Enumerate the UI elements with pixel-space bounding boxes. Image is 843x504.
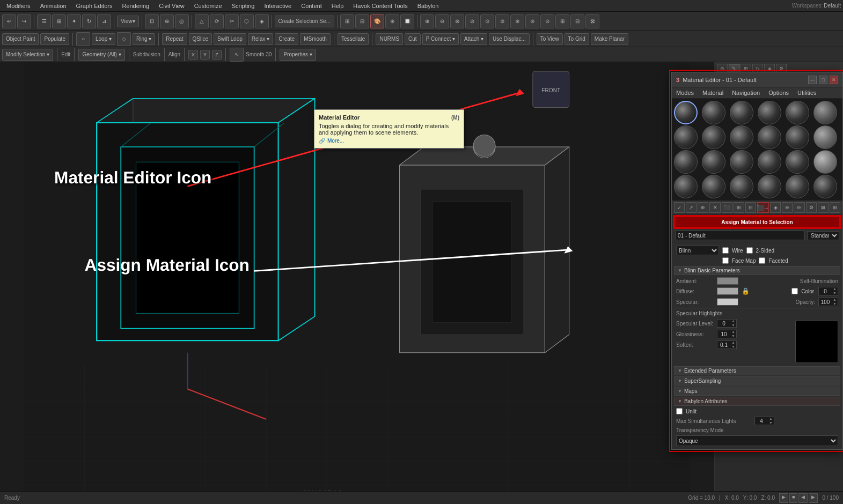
- tb-btn26[interactable]: ⊟: [570, 14, 584, 28]
- mat-sphere-13[interactable]: [674, 150, 698, 174]
- use-displace-btn[interactable]: Use Displac...: [489, 33, 530, 45]
- tb-btn14[interactable]: ⊛: [385, 14, 399, 28]
- cut-btn[interactable]: Cut: [405, 33, 421, 45]
- menu-havok[interactable]: Havok Content Tools: [349, 2, 412, 10]
- scale-btn[interactable]: ⊿: [97, 14, 111, 28]
- mat-tb-11[interactable]: ⊖: [794, 202, 804, 213]
- move-btn[interactable]: ✦: [67, 14, 81, 28]
- tb-btn9[interactable]: ⬡: [240, 14, 254, 28]
- tb-btn12[interactable]: ⊟: [355, 14, 369, 28]
- max-lights-spinner[interactable]: 4 ▲▼: [754, 417, 774, 425]
- to-view-btn[interactable]: To View: [537, 33, 563, 45]
- qslice-btn[interactable]: QSlice: [189, 33, 212, 45]
- ambient-swatch[interactable]: [717, 277, 738, 285]
- mat-sphere-6[interactable]: [813, 101, 837, 124]
- menu-babylon[interactable]: Babylon: [413, 2, 443, 10]
- glossiness-spinner[interactable]: 10 ▲▼: [717, 330, 737, 338]
- extended-params-header[interactable]: Extended Parameters: [674, 366, 840, 375]
- mat-menu-modes[interactable]: Modes: [672, 88, 698, 97]
- mat-tb-7[interactable]: ⊟: [745, 202, 756, 213]
- mat-menu-material[interactable]: Material: [698, 88, 728, 97]
- mat-sphere-17[interactable]: [786, 150, 809, 174]
- mat-name-input[interactable]: [675, 231, 805, 240]
- create-btn[interactable]: Create: [275, 33, 298, 45]
- nurms-btn[interactable]: NURMS: [376, 33, 403, 45]
- tb-btn27[interactable]: ⊠: [585, 14, 599, 28]
- mat-sphere-7[interactable]: [674, 125, 698, 149]
- tb-btn10[interactable]: ◈: [255, 14, 269, 28]
- tb-btn5[interactable]: ◎: [175, 14, 189, 28]
- create-selection-btn[interactable]: Create Selection Se...: [275, 16, 334, 27]
- babylon-attributes-header[interactable]: Babylon Attributes: [674, 397, 840, 406]
- play-btn[interactable]: ▶: [779, 493, 788, 503]
- mat-sphere-10[interactable]: [758, 125, 781, 149]
- mat-sphere-14[interactable]: [702, 150, 725, 174]
- shader-select[interactable]: Blinn: [676, 246, 719, 255]
- wire-check[interactable]: [722, 247, 729, 254]
- mat-restore-btn[interactable]: □: [819, 76, 827, 84]
- tb-btn11[interactable]: ⊞: [340, 14, 354, 28]
- menu-help[interactable]: Help: [327, 2, 348, 10]
- menu-animation[interactable]: Animation: [36, 2, 71, 10]
- attach-btn[interactable]: Attach ▾: [460, 33, 487, 45]
- menu-interactive[interactable]: Interactive: [260, 2, 296, 10]
- mat-tb-4[interactable]: ✕: [709, 202, 720, 213]
- faceted-check[interactable]: [759, 257, 765, 264]
- mat-tb-9[interactable]: ◈: [770, 202, 781, 213]
- mat-sphere-4[interactable]: [758, 101, 781, 124]
- populate-btn[interactable]: Populate: [40, 33, 69, 45]
- tb-btn21[interactable]: ⊚: [495, 14, 509, 28]
- redo-btn[interactable]: ↪: [17, 14, 31, 28]
- menu-civil-view[interactable]: Civil View: [155, 2, 188, 10]
- view-dropdown[interactable]: View ▾: [117, 16, 139, 27]
- next-frame-btn[interactable]: ▶: [809, 493, 818, 503]
- menu-customize[interactable]: Customize: [190, 2, 226, 10]
- tb-btn15[interactable]: 🔲: [400, 14, 414, 28]
- tb-btn17[interactable]: ⊖: [435, 14, 449, 28]
- tb-btn20[interactable]: ⊙: [480, 14, 494, 28]
- rotate-btn[interactable]: ↻: [82, 14, 96, 28]
- maps-header[interactable]: Maps: [674, 387, 840, 396]
- mat-sphere-2[interactable]: [702, 101, 725, 124]
- repeat-btn[interactable]: Repeat: [162, 33, 187, 45]
- assign-mat-icon[interactable]: ⬛→: [757, 202, 769, 213]
- mat-close-btn[interactable]: ✕: [830, 76, 838, 84]
- select-region-btn[interactable]: ⊞: [52, 14, 66, 28]
- tb-btn4[interactable]: ⊕: [160, 14, 174, 28]
- make-planar-btn[interactable]: Make Planar: [591, 33, 628, 45]
- soften-spinner[interactable]: 0.1 ▲▼: [717, 340, 737, 349]
- tb-btn19[interactable]: ⊘: [465, 14, 479, 28]
- mat-tb-12[interactable]: ⚙: [806, 202, 817, 213]
- modify-selection-btn[interactable]: Modify Selection ▾: [2, 49, 53, 61]
- msmooth-btn[interactable]: MSmooth: [300, 33, 331, 45]
- tb-btn6[interactable]: △: [195, 14, 209, 28]
- supersampling-header[interactable]: SuperSampling: [674, 376, 840, 386]
- geometry-btn[interactable]: Geometry (All) ▾: [78, 49, 124, 61]
- blinn-params-header[interactable]: Blinn Basic Parameters: [674, 266, 840, 275]
- opacity-spinner[interactable]: 100 ▲▼: [818, 298, 838, 306]
- mat-sphere-24[interactable]: [813, 175, 837, 198]
- mat-sphere-16[interactable]: [758, 150, 781, 174]
- swift-loop-btn[interactable]: Swift Loop: [214, 33, 246, 45]
- menu-rendering[interactable]: Rendering: [118, 2, 153, 10]
- object-paint-btn[interactable]: Object Paint: [2, 33, 39, 45]
- mat-sphere-11[interactable]: [786, 125, 809, 149]
- two-sided-check[interactable]: [746, 247, 753, 254]
- unlit-check[interactable]: [676, 408, 683, 414]
- tb-btn7[interactable]: ⟳: [210, 14, 224, 28]
- select-btn[interactable]: ☰: [37, 14, 51, 28]
- mat-minimize-btn[interactable]: —: [808, 76, 817, 84]
- menu-content[interactable]: Content: [297, 2, 326, 10]
- prev-frame-btn[interactable]: ◀: [798, 493, 808, 503]
- menu-modifiers[interactable]: Modifiers: [2, 2, 35, 10]
- xyz-x-btn[interactable]: X: [188, 50, 198, 60]
- tb-btn16[interactable]: ⊕: [420, 14, 434, 28]
- to-grid-btn[interactable]: To Grid: [565, 33, 589, 45]
- mat-tb-10[interactable]: ⊕: [782, 202, 793, 213]
- xyz-z-btn[interactable]: Z: [212, 50, 222, 60]
- ring-btn[interactable]: Ring ▾: [133, 33, 155, 45]
- tb-btn18[interactable]: ⊗: [450, 14, 464, 28]
- face-map-check[interactable]: [722, 257, 729, 264]
- spec-level-spinner[interactable]: 0 ▲▼: [717, 319, 737, 328]
- mat-tb-1[interactable]: ↙: [674, 202, 685, 213]
